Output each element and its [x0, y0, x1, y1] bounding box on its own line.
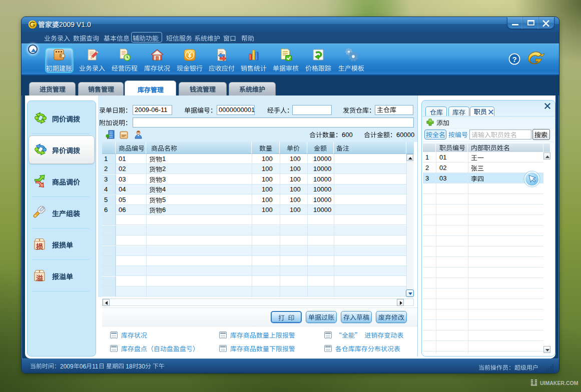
svg-text:?: ? [512, 55, 516, 64]
